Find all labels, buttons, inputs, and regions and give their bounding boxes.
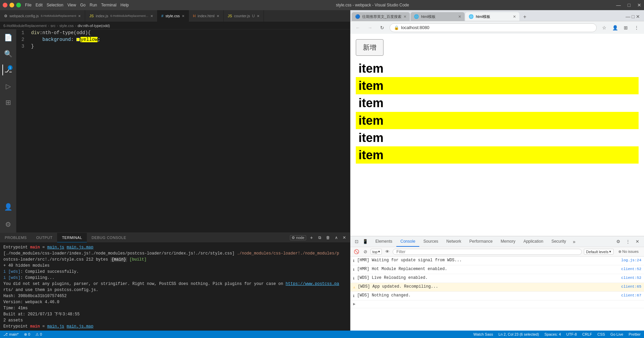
console-eye-icon[interactable]: 👁 (384, 248, 391, 255)
menu-terminal[interactable]: Terminal (101, 3, 116, 7)
panel-tab-problems[interactable]: PROBLEMS (0, 233, 31, 242)
panel-tab-debug-console[interactable]: DEBUG CONSOLE (87, 233, 131, 242)
tab-webpack-config[interactable]: ⚙ webpack.config.js 6-HotModuleReplaceme… (0, 10, 85, 22)
panel-tab-output[interactable]: OUTPUT (31, 233, 57, 242)
browser-minimize-btn[interactable]: — (626, 14, 630, 19)
menu-selection[interactable]: Selection (47, 3, 63, 7)
log-link[interactable]: client:52 (621, 266, 641, 272)
menu-go[interactable]: Go (80, 3, 85, 7)
tab-close-icon[interactable]: ✕ (217, 14, 219, 18)
language-mode[interactable]: CSS (597, 332, 605, 336)
tab-index-js[interactable]: JS index.js 6-HotModuleReplacement... ✕ (85, 10, 157, 22)
console-filter-input[interactable] (393, 249, 581, 255)
encoding-setting[interactable]: UTF-8 (566, 332, 577, 336)
top-selector[interactable]: top ▾ (371, 249, 382, 255)
devtools-inspect-icon[interactable]: ⊡ (352, 238, 361, 246)
devtools-tab-network[interactable]: Network (442, 236, 465, 247)
address-input[interactable]: 🔒 localhost:8080 (390, 23, 597, 32)
devtools-settings-icon[interactable]: ⚙ (614, 238, 622, 246)
window-controls[interactable] (3, 3, 21, 7)
maximize-button[interactable] (16, 3, 21, 7)
search-icon[interactable]: 🔍 (3, 48, 14, 59)
tab-counter-js[interactable]: JS counter.js U ✕ (224, 10, 264, 22)
terminal-close-btn[interactable]: ✕ (341, 235, 347, 240)
devtools-tab-performance[interactable]: Performance (465, 236, 497, 247)
devtools-tab-memory[interactable]: Memory (497, 236, 519, 247)
log-link[interactable]: client:65 (621, 284, 641, 290)
error-count[interactable]: ⊗ 0 (24, 332, 30, 337)
close-button[interactable] (3, 3, 7, 7)
breadcrumb-item[interactable]: div:nth-of-type(odd) (78, 24, 110, 28)
devtools-tab-console[interactable]: Console (396, 236, 419, 247)
debug-icon[interactable]: ▷ (3, 81, 14, 92)
refresh-button[interactable]: ↻ (377, 23, 387, 32)
account-icon[interactable]: 👤 (3, 201, 14, 212)
menu-view[interactable]: View (67, 3, 76, 7)
go-live-btn[interactable]: Go Live (611, 332, 623, 336)
devtools-device-icon[interactable]: 📱 (361, 238, 369, 246)
terminal-trash-btn[interactable]: 🗑 (325, 235, 331, 240)
breadcrumb-item[interactable]: src (50, 24, 55, 28)
menu-file[interactable]: File (25, 3, 31, 7)
profile-icon[interactable]: 👤 (610, 23, 620, 32)
tab-close-icon[interactable]: ✕ (182, 14, 184, 18)
warning-count[interactable]: ⚠ 0 (35, 332, 42, 337)
prettier-btn[interactable]: Prettier (629, 332, 641, 336)
breadcrumb-item[interactable]: 6-HotModuleReplacement (3, 24, 47, 28)
expand-icon[interactable]: ▶ (353, 301, 355, 307)
browser-close-btn[interactable]: ✕ (636, 14, 640, 19)
menu-run[interactable]: Run (90, 3, 97, 7)
browser-tab-baidu[interactable]: 🔵 往期推荐英文_百度搜索 ✕ (352, 12, 410, 21)
bookmarks-icon[interactable]: ☆ (599, 23, 609, 32)
source-control-icon[interactable]: ⎇ 1 (2, 65, 13, 75)
devtools-tab-security[interactable]: Security (547, 236, 570, 247)
browser-tab-html2[interactable]: 🌐 html模板 ✕ (465, 12, 519, 21)
extensions-icon[interactable]: ⊞ (3, 97, 14, 108)
devtools-more-tabs-icon[interactable]: » (570, 236, 578, 247)
browser-tab-html1[interactable]: 🌐 html模板 ✕ (411, 12, 465, 21)
tab-close-icon[interactable]: ✕ (78, 14, 81, 18)
new-tab-button[interactable]: + (520, 12, 529, 22)
new-button[interactable]: 新增 (356, 39, 383, 56)
devtools-overflow-icon[interactable]: ⋮ (624, 238, 632, 246)
devtools-tab-elements[interactable]: Elements (371, 236, 396, 247)
git-branch[interactable]: ⎇ main* (3, 332, 19, 337)
log-link[interactable]: client:52 (621, 275, 641, 281)
forward-button[interactable]: → (365, 23, 375, 32)
menu-help[interactable]: Help (121, 3, 129, 7)
window-close-btn[interactable]: ✕ (637, 2, 641, 8)
spaces-setting[interactable]: Spaces: 4 (544, 332, 561, 336)
window-minimize-btn[interactable]: — (616, 2, 621, 8)
default-levels-selector[interactable]: Default levels ▾ (584, 249, 614, 255)
devtools-tab-application[interactable]: Application (519, 236, 547, 247)
browser-tab-close-icon[interactable]: ✕ (458, 15, 461, 19)
cursor-position[interactable]: Ln 2, Col 23 (6 selected) (498, 332, 539, 336)
minimize-button[interactable] (9, 3, 14, 7)
back-button[interactable]: ← (353, 23, 363, 32)
panel-tab-terminal[interactable]: TERMINAL (57, 233, 87, 242)
menu-icon[interactable]: ⋮ (632, 23, 641, 32)
terminal-add-btn[interactable]: + (308, 235, 315, 240)
console-filter-icon[interactable]: ⊘ (362, 248, 369, 255)
breadcrumb-item[interactable]: style.css (59, 24, 74, 28)
devtools-tab-sources[interactable]: Sources (419, 236, 442, 247)
console-clear-icon[interactable]: 🚫 (353, 248, 360, 255)
tab-close-icon[interactable]: ✕ (257, 14, 259, 18)
log-link[interactable]: log.js:24 (621, 257, 641, 263)
extensions-icon[interactable]: ⊞ (621, 23, 630, 32)
devtools-close-icon[interactable]: ✕ (633, 238, 641, 246)
tab-style-css[interactable]: # style.css ✕ (157, 10, 189, 22)
window-restore-btn[interactable]: □ (628, 2, 630, 8)
browser-tab-close-icon[interactable]: ✕ (513, 15, 516, 19)
files-icon[interactable]: 📄 (3, 32, 14, 43)
log-link[interactable]: client:67 (621, 292, 641, 298)
settings-icon[interactable]: ⚙ (3, 219, 14, 230)
terminal-split-btn[interactable]: ⧉ (317, 235, 323, 240)
browser-restore-btn[interactable]: □ (632, 14, 635, 19)
line-ending-setting[interactable]: CRLF (582, 332, 592, 336)
browser-tab-close-icon[interactable]: ✕ (403, 15, 406, 19)
menu-edit[interactable]: Edit (35, 3, 43, 7)
tab-index-html[interactable]: H index.html ✕ (189, 10, 224, 22)
terminal-scroll-up-btn[interactable]: ∧ (333, 235, 339, 240)
tab-close-icon[interactable]: ✕ (150, 14, 153, 18)
